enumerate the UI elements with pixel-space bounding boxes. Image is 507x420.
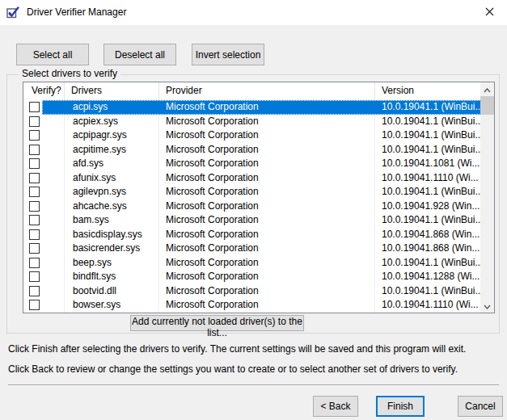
finish-button[interactable]: Finish	[376, 396, 425, 417]
verify-checkbox[interactable]	[29, 187, 40, 197]
scroll-thumb[interactable]	[480, 96, 494, 115]
verify-checkbox[interactable]	[29, 130, 40, 141]
verify-checkbox[interactable]	[29, 201, 40, 212]
provider-cell: Microsoft Corporation	[159, 100, 375, 115]
close-icon	[485, 6, 494, 19]
column-header-verify[interactable]: Verify?	[23, 82, 65, 100]
verify-checkbox[interactable]	[29, 286, 40, 296]
verify-checkbox[interactable]	[29, 271, 40, 282]
version-cell: 10.0.19041.928 (Win...	[375, 200, 481, 214]
verify-cell	[23, 298, 65, 313]
version-cell: 10.0.19041.1 (WinBui...	[375, 185, 481, 200]
table-row[interactable]: basicdisplay.sys Microsoft Corporation 1…	[23, 228, 481, 242]
table-row[interactable]: bowser.sys Microsoft Corporation 10.0.19…	[23, 298, 481, 313]
verify-checkbox[interactable]	[29, 102, 40, 112]
verify-cell	[23, 270, 65, 284]
provider-cell: Microsoft Corporation	[159, 157, 375, 171]
table-row[interactable]: acpi.sys Microsoft Corporation 10.0.1904…	[23, 100, 481, 115]
version-cell: 10.0.19041.1 (WinBui...	[375, 100, 481, 115]
version-cell: 10.0.19041.1 (WinBui...	[375, 256, 481, 271]
table-row[interactable]: ahcache.sys Microsoft Corporation 10.0.1…	[23, 200, 481, 214]
provider-cell: Microsoft Corporation	[159, 185, 375, 200]
version-cell: 10.0.19041.1 (WinBui...	[375, 128, 481, 143]
verify-cell	[23, 200, 65, 214]
driver-name-cell: ahcache.sys	[65, 200, 159, 214]
provider-cell: Microsoft Corporation	[159, 298, 375, 313]
verify-cell	[23, 115, 65, 129]
verify-cell	[23, 228, 65, 242]
table-row[interactable]: bam.sys Microsoft Corporation 10.0.19041…	[23, 213, 481, 228]
verify-checkbox[interactable]	[29, 158, 40, 169]
close-button[interactable]	[472, 0, 507, 24]
cancel-button[interactable]: Cancel	[458, 396, 503, 417]
driver-verifier-manager-window: Driver Verifier Manager Select all Desel…	[0, 0, 507, 420]
verify-checkbox[interactable]	[29, 173, 40, 183]
column-header-version[interactable]: Version	[375, 82, 481, 100]
app-icon	[6, 6, 20, 19]
driver-name-cell: bootvid.dll	[65, 284, 159, 299]
table-row[interactable]: afunix.sys Microsoft Corporation 10.0.19…	[23, 171, 481, 186]
titlebar: Driver Verifier Manager	[0, 0, 507, 25]
provider-cell: Microsoft Corporation	[159, 143, 375, 158]
add-drivers-button[interactable]: Add currently not loaded driver(s) to th…	[130, 315, 304, 331]
table-row[interactable]: bindflt.sys Microsoft Corporation 10.0.1…	[23, 270, 481, 284]
provider-cell: Microsoft Corporation	[159, 270, 375, 284]
version-cell: 10.0.19041.1 (WinBui...	[375, 284, 481, 299]
column-header-drivers[interactable]: Drivers	[65, 82, 159, 100]
select-drivers-groupbox: Select drivers to verify Verify? Drivers…	[6, 74, 500, 334]
table-row[interactable]: acpitime.sys Microsoft Corporation 10.0.…	[23, 143, 481, 158]
scroll-up-button[interactable]	[480, 82, 494, 96]
table-row[interactable]: acpipagr.sys Microsoft Corporation 10.0.…	[23, 128, 481, 143]
provider-cell: Microsoft Corporation	[159, 200, 375, 214]
driver-table-body: acpi.sys Microsoft Corporation 10.0.1904…	[23, 100, 481, 313]
select-all-button[interactable]: Select all	[16, 44, 89, 65]
version-cell: 10.0.19041.868 (Win...	[375, 242, 481, 256]
provider-cell: Microsoft Corporation	[159, 256, 375, 271]
driver-name-cell: basicrender.sys	[65, 242, 159, 256]
table-row[interactable]: acpiex.sys Microsoft Corporation 10.0.19…	[23, 115, 481, 129]
verify-cell	[23, 256, 65, 271]
invert-selection-button[interactable]: Invert selection	[192, 44, 264, 65]
verify-checkbox[interactable]	[29, 229, 40, 240]
verify-checkbox[interactable]	[29, 145, 40, 155]
provider-cell: Microsoft Corporation	[159, 284, 375, 299]
version-cell: 10.0.19041.1 (WinBui...	[375, 115, 481, 129]
provider-cell: Microsoft Corporation	[159, 128, 375, 143]
version-cell: 10.0.19041.1 (WinBui...	[375, 143, 481, 158]
provider-cell: Microsoft Corporation	[159, 171, 375, 186]
verify-cell	[23, 284, 65, 299]
separator	[8, 384, 499, 386]
table-row[interactable]: beep.sys Microsoft Corporation 10.0.1904…	[23, 256, 481, 271]
back-button[interactable]: < Back	[313, 396, 358, 417]
verify-cell	[23, 157, 65, 171]
verify-checkbox[interactable]	[29, 258, 40, 268]
driver-name-cell: bowser.sys	[65, 298, 159, 313]
driver-name-cell: agilevpn.sys	[65, 185, 159, 200]
verify-cell	[23, 100, 65, 115]
provider-cell: Microsoft Corporation	[159, 242, 375, 256]
verify-checkbox[interactable]	[29, 243, 40, 254]
table-row[interactable]: basicrender.sys Microsoft Corporation 10…	[23, 242, 481, 256]
deselect-all-button[interactable]: Deselect all	[104, 44, 176, 65]
driver-name-cell: basicdisplay.sys	[65, 228, 159, 242]
driver-name-cell: afunix.sys	[65, 171, 159, 186]
driver-name-cell: acpitime.sys	[65, 143, 159, 158]
table-row[interactable]: afd.sys Microsoft Corporation 10.0.19041…	[23, 157, 481, 171]
column-header-provider[interactable]: Provider	[159, 82, 375, 100]
version-cell: 10.0.19041.1 (WinBui...	[375, 213, 481, 228]
table-row[interactable]: bootvid.dll Microsoft Corporation 10.0.1…	[23, 284, 481, 299]
verify-cell	[23, 185, 65, 200]
verify-checkbox[interactable]	[29, 116, 40, 127]
back-instruction: Click Back to review or change the setti…	[8, 363, 458, 375]
verify-checkbox[interactable]	[29, 215, 40, 225]
verify-cell	[23, 242, 65, 256]
table-row[interactable]: agilevpn.sys Microsoft Corporation 10.0.…	[23, 185, 481, 200]
scroll-down-button[interactable]	[480, 299, 494, 313]
finish-instruction: Click Finish after selecting the drivers…	[8, 343, 466, 355]
verify-checkbox[interactable]	[29, 300, 40, 310]
window-title: Driver Verifier Manager	[27, 0, 126, 25]
verify-cell	[23, 171, 65, 186]
provider-cell: Microsoft Corporation	[159, 228, 375, 242]
scrollbar[interactable]	[480, 82, 494, 313]
driver-name-cell: acpi.sys	[65, 100, 159, 115]
